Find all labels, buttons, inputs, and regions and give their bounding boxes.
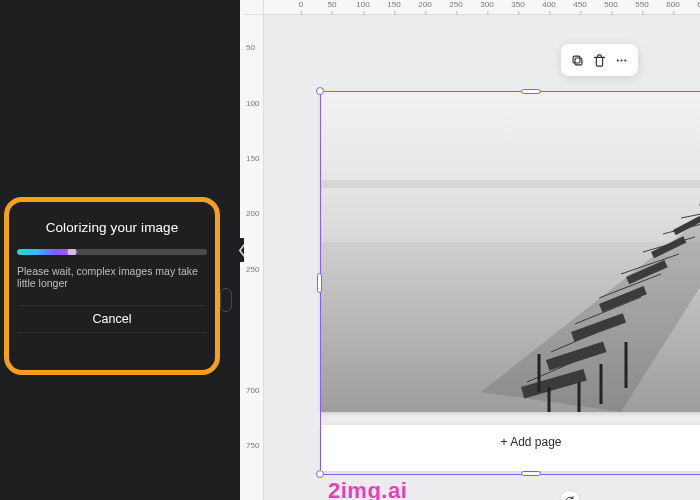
copy-icon [570, 53, 585, 68]
ruler-h-tick: 550 [635, 0, 648, 9]
trash-icon [592, 53, 607, 68]
svg-point-4 [624, 59, 626, 61]
ruler-h-tick: 450 [573, 0, 586, 9]
colorize-modal: Colorizing your image Please wait, compl… [4, 197, 220, 375]
ruler-v-tick: 100 [246, 99, 259, 108]
selection-handle-sw[interactable] [316, 470, 324, 478]
cancel-button[interactable]: Cancel [17, 305, 207, 333]
ruler-h-tick: 500 [604, 0, 617, 9]
ruler-corner [244, 0, 264, 15]
ruler-h-tick: 50 [328, 0, 337, 9]
ruler-h-tick: 0 [299, 0, 303, 9]
add-page-label: + Add page [500, 435, 561, 471]
modal-title: Colorizing your image [17, 220, 207, 235]
selection-handle-nw[interactable] [316, 87, 324, 95]
selection-handle-s[interactable] [521, 471, 541, 476]
ruler-v-tick: 50 [246, 43, 255, 52]
svg-point-2 [616, 59, 618, 61]
selection-handle-w[interactable] [317, 273, 322, 293]
selection-handle-n[interactable] [521, 89, 541, 94]
delete-button[interactable] [590, 51, 608, 69]
canvas-page[interactable] [321, 92, 700, 412]
ruler-h-tick: 250 [449, 0, 462, 9]
svg-rect-1 [573, 56, 580, 63]
side-panel: Colorizing your image Please wait, compl… [0, 0, 244, 500]
ruler-h-tick: 150 [387, 0, 400, 9]
sync-icon [564, 495, 576, 500]
modal-subtitle: Please wait, complex images may take lit… [17, 265, 207, 289]
ruler-v-tick: 700 [246, 386, 259, 395]
panel-adjacent-button-edge [220, 288, 232, 312]
ruler-vertical: 50100150200250700750 [244, 15, 264, 500]
progress-fill [17, 249, 72, 255]
ruler-v-tick: 200 [246, 209, 259, 218]
ruler-v-tick: 250 [246, 265, 259, 274]
ruler-h-tick: 400 [542, 0, 555, 9]
ruler-v-tick: 150 [246, 154, 259, 163]
watermark-text: 2img.ai [328, 478, 407, 500]
ruler-h-tick: 350 [511, 0, 524, 9]
svg-rect-0 [575, 58, 582, 65]
ruler-v-tick: 750 [246, 441, 259, 450]
add-page-button[interactable]: + Add page [321, 425, 700, 471]
ruler-horizontal: 050100150200250300350400450500550600650 [264, 0, 700, 15]
sync-button[interactable] [559, 490, 581, 500]
page-image [321, 92, 700, 412]
svg-point-3 [620, 59, 622, 61]
ruler-h-tick: 300 [480, 0, 493, 9]
canvas-area: 050100150200250300350400450500550600650 … [244, 0, 700, 500]
progress-bar [17, 249, 207, 255]
svg-rect-7 [321, 180, 700, 188]
element-toolbar [561, 44, 638, 76]
more-button[interactable] [612, 51, 630, 69]
progress-thumb [68, 249, 77, 255]
ruler-h-tick: 600 [666, 0, 679, 9]
ruler-h-tick: 200 [418, 0, 431, 9]
ruler-h-tick: 100 [356, 0, 369, 9]
canvas-viewport[interactable]: + Add page 2img.ai [264, 15, 700, 500]
duplicate-button[interactable] [569, 51, 587, 69]
more-icon [614, 53, 629, 68]
